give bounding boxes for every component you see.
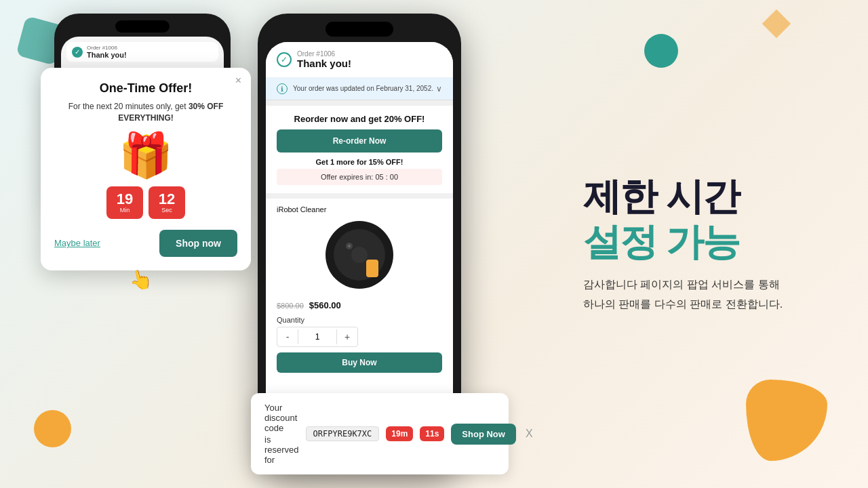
timer-minutes-value: 19 [117, 192, 133, 207]
discount-shop-now-button[interactable]: Shop Now [451, 424, 516, 445]
popup-gift: 🎁 [54, 134, 237, 177]
shop-now-button[interactable]: Shop now [159, 230, 237, 257]
phone-left-thank: Thank you! [87, 51, 127, 59]
mid-qty-plus-button[interactable]: + [337, 327, 357, 346]
mid-qty-value: 1 [298, 329, 337, 344]
discount-timer-minutes: 19m [386, 426, 413, 441]
discount-bar: Your discount code is reserved for ORFPY… [251, 393, 509, 474]
popup-close-button[interactable]: × [235, 75, 241, 87]
order-check-icon: ✓ [72, 47, 83, 58]
bg-shape-yellow-bottom-right [746, 380, 827, 461]
phone-left-notch [115, 20, 170, 33]
discount-reserved-text: is reserved for [264, 434, 299, 465]
robot-vacuum-svg [322, 218, 397, 292]
mid-quantity-row: - 1 + [277, 327, 358, 347]
timer-seconds-value: 12 [159, 192, 175, 207]
phone-left-order-bar: ✓ Order #1006 Thank you! [66, 42, 218, 62]
mid-thank: Thank you! [297, 58, 351, 69]
discount-timer-seconds: 11s [420, 426, 444, 441]
timer-minutes-label: Min [120, 207, 130, 214]
mid-order-num: Order #1006 [297, 50, 351, 58]
svg-rect-5 [366, 260, 378, 277]
korean-desc-line1: 감사합니다 페이지의 팝업 서비스를 통해 [583, 279, 780, 290]
mid-order-info: Order #1006 Thank you! [297, 50, 351, 69]
bg-shape-bottom-left-circle [34, 410, 71, 447]
mid-update-bar: ℹ Your order was updated on February 31,… [266, 78, 453, 100]
mid-reorder-button[interactable]: Re-order Now [277, 129, 442, 152]
mid-update-icon: ℹ [277, 83, 288, 94]
mid-chevron-icon: ∨ [436, 84, 442, 94]
mid-reorder-title: Reorder now and get 20% OFF! [277, 114, 442, 124]
popup-title: One-Time Offer! [54, 81, 237, 96]
korean-title-accent: 설정 가능 [583, 219, 841, 264]
left-section: ✓ Order #1006 Thank you! Select 120x30 B… [27, 14, 258, 217]
discount-close-button[interactable]: X [526, 428, 533, 440]
mid-get-more: Get 1 more for 15% OFF! [277, 158, 442, 166]
mid-order-header: ✓ Order #1006 Thank you! [266, 42, 453, 78]
korean-title-main: 제한 시간 [583, 174, 841, 219]
popup-actions: Maybe later Shop now [54, 230, 237, 257]
mid-update-text: Your order was updated on February 31, 2… [293, 84, 433, 94]
svg-point-4 [348, 245, 351, 247]
discount-code: ORFPYRE9K7XC [306, 426, 380, 441]
popup-overlay: × One-Time Offer! For the next 20 minute… [41, 68, 251, 270]
mid-reorder-section: Reorder now and get 20% OFF! Re-order No… [266, 106, 453, 193]
phone-left-order-num: Order #1006 [87, 45, 127, 51]
mid-check-circle: ✓ [277, 52, 292, 67]
discount-line2: is reserved for [264, 434, 299, 465]
korean-desc-line2: 하나의 판매를 다수의 판매로 전환합니다. [583, 298, 783, 310]
gift-icon: 🎁 [119, 131, 173, 180]
korean-desc: 감사합니다 페이지의 팝업 서비스를 통해 하나의 판매를 다수의 판매로 전환… [583, 275, 841, 314]
mid-product-name: iRobot Cleaner [277, 205, 442, 214]
timer-minutes-block: 19 Min [106, 186, 143, 219]
mid-price-row: $800.00 $560.00 [277, 300, 442, 310]
maybe-later-button[interactable]: Maybe later [54, 238, 100, 248]
bg-shape-top-right-circle [644, 34, 678, 68]
timer-seconds-label: Sec [161, 207, 172, 214]
mid-quantity-label: Quantity [277, 316, 442, 324]
popup-subtitle: For the next 20 minutes only, get 30% OF… [54, 101, 237, 124]
popup-timer: 19 Min 12 Sec [54, 186, 237, 219]
phone-mid-notch [326, 22, 393, 37]
mid-price-new: $560.00 [309, 300, 341, 310]
svg-point-2 [351, 247, 368, 263]
bg-shape-yellow-small [762, 9, 791, 38]
mid-qty-minus-button[interactable]: - [277, 327, 298, 346]
cursor-hand: 👆 [127, 266, 154, 293]
discount-line1: Your discount code [264, 403, 299, 433]
discount-text-block: Your discount code is reserved for [264, 403, 299, 465]
mid-price-old: $800.00 [277, 302, 304, 310]
mid-buy-button[interactable]: Buy Now [277, 352, 442, 373]
timer-seconds-block: 12 Sec [149, 186, 185, 219]
mid-product-image [277, 218, 442, 295]
mid-offer-bar: Offer expires in: 05 : 00 [277, 169, 442, 185]
right-section: 제한 시간 설정 가능 감사합니다 페이지의 팝업 서비스를 통해 하나의 판매… [583, 174, 841, 314]
